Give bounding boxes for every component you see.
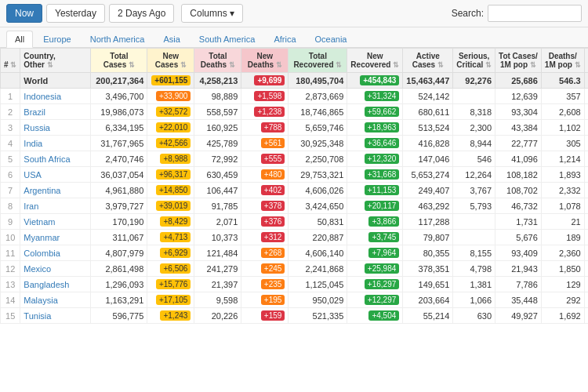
col-total-recovered[interactable]: TotalRecovered ⇅: [289, 49, 347, 73]
row-country[interactable]: Russia: [20, 120, 91, 136]
row-total-tests: 25,857,430: [584, 198, 588, 214]
row-total-cases: 3,496,700: [91, 89, 147, 104]
row-total-recovered: 5,659,746: [289, 120, 347, 136]
col-total-deaths[interactable]: TotalDeaths ⇅: [194, 49, 241, 73]
table-row: 5 South Africa 2,470,746 +8,988 72,992 +…: [1, 151, 589, 167]
tab-all[interactable]: All: [6, 31, 33, 48]
country-link[interactable]: USA: [24, 170, 42, 180]
tab-oceania[interactable]: Oceania: [307, 31, 356, 47]
row-total-cases: 19,986,073: [91, 104, 147, 120]
row-deaths-1m: 2,608: [541, 104, 584, 120]
col-serious[interactable]: Serious,Critical ⇅: [453, 49, 495, 73]
tab-africa[interactable]: Africa: [265, 31, 304, 47]
country-link[interactable]: Brazil: [24, 107, 45, 117]
row-total-recovered: 2,241,868: [289, 261, 347, 277]
row-new-recovered: +59,662: [347, 104, 403, 120]
row-country[interactable]: South Africa: [20, 151, 91, 167]
row-num: 12: [1, 261, 20, 277]
country-link[interactable]: Tunisia: [24, 311, 51, 321]
row-tot-cases-1m: 35,448: [495, 292, 542, 308]
country-link[interactable]: Malaysia: [24, 296, 57, 305]
region-tabs: All Europe North America Asia South Amer…: [0, 27, 588, 48]
col-num[interactable]: # ⇅: [1, 49, 20, 73]
tab-north-america[interactable]: North America: [82, 31, 154, 47]
row-total-recovered: 4,606,140: [289, 245, 347, 261]
row-country[interactable]: Iran: [20, 198, 91, 214]
row-serious: 630: [453, 308, 495, 324]
row-new-recovered: +11,153: [347, 183, 403, 198]
tab-asia[interactable]: Asia: [154, 31, 188, 47]
row-country[interactable]: Indonesia: [20, 89, 91, 104]
btn-now[interactable]: Now: [6, 4, 42, 23]
col-new-cases[interactable]: NewCases ⇅: [147, 49, 194, 73]
row-total-recovered: 29,753,321: [289, 167, 347, 183]
row-deaths-1m: 1,102: [541, 120, 584, 136]
country-link[interactable]: Bangladesh: [24, 280, 69, 289]
row-serious: 2,300: [453, 120, 495, 136]
row-country[interactable]: Tunisia: [20, 308, 91, 324]
country-link[interactable]: India: [24, 139, 42, 148]
row-country[interactable]: Colombia: [20, 245, 91, 261]
row-num: 7: [1, 183, 20, 198]
country-link[interactable]: Iran: [24, 201, 38, 211]
row-active-cases: 147,046: [403, 151, 453, 167]
col-active-cases[interactable]: ActiveCases ⇅: [403, 49, 453, 73]
col-country[interactable]: Country,Other ⇅: [20, 49, 91, 73]
col-total-cases[interactable]: TotalCases ⇅: [91, 49, 147, 73]
country-link[interactable]: Vietnam: [24, 217, 55, 227]
btn-columns[interactable]: Columns ▾: [181, 4, 243, 23]
row-country[interactable]: Myanmar: [20, 230, 91, 245]
row-num: 15: [1, 308, 20, 324]
col-deaths-1m[interactable]: Deaths/1M pop ⇅: [541, 49, 584, 73]
country-link[interactable]: Argentina: [24, 186, 60, 195]
row-tot-cases-1m: 49,927: [495, 308, 542, 324]
country-link[interactable]: Myanmar: [24, 233, 60, 242]
row-total-deaths: 20,226: [194, 308, 241, 324]
row-num: 2: [1, 104, 20, 120]
row-new-recovered: +12,297: [347, 292, 403, 308]
tab-europe[interactable]: Europe: [34, 31, 79, 47]
col-tot-cases-1m[interactable]: Tot Cases/1M pop ⇅: [495, 49, 542, 73]
row-country[interactable]: Mexico: [20, 261, 91, 277]
row-total-deaths: 21,397: [194, 277, 241, 292]
world-num: [1, 73, 20, 89]
row-total-cases: 36,037,054: [91, 167, 147, 183]
country-link[interactable]: Russia: [24, 123, 50, 132]
world-new-deaths: +9,699: [241, 73, 289, 89]
row-country[interactable]: Brazil: [20, 104, 91, 120]
btn-yesterday[interactable]: Yesterday: [46, 4, 105, 23]
row-deaths-1m: 2,360: [541, 245, 584, 261]
col-new-recovered[interactable]: NewRecovered ⇅: [347, 49, 403, 73]
country-link[interactable]: South Africa: [24, 154, 70, 164]
row-country[interactable]: Malaysia: [20, 292, 91, 308]
country-link[interactable]: Mexico: [24, 264, 51, 274]
row-active-cases: 416,828: [403, 136, 453, 151]
row-num: 6: [1, 167, 20, 183]
world-active-cases: 15,463,447: [403, 73, 453, 89]
row-tot-cases-1m: 21,943: [495, 261, 542, 277]
row-deaths-1m: 21: [541, 214, 584, 230]
row-deaths-1m: 1,214: [541, 151, 584, 167]
row-new-cases: +39,019: [147, 198, 194, 214]
row-new-recovered: +3,866: [347, 214, 403, 230]
row-country[interactable]: Vietnam: [20, 214, 91, 230]
btn-2days[interactable]: 2 Days Ago: [109, 4, 174, 23]
country-link[interactable]: Colombia: [24, 249, 60, 258]
row-active-cases: 149,651: [403, 277, 453, 292]
row-country[interactable]: India: [20, 136, 91, 151]
row-country[interactable]: Argentina: [20, 183, 91, 198]
row-new-deaths: +1,598: [241, 89, 289, 104]
row-country[interactable]: Bangladesh: [20, 277, 91, 292]
row-total-recovered: 18,746,865: [289, 104, 347, 120]
tab-south-america[interactable]: South America: [191, 31, 264, 47]
row-total-cases: 2,861,498: [91, 261, 147, 277]
col-total-tests[interactable]: TotalTests ⇅: [584, 49, 588, 73]
search-input[interactable]: [488, 5, 582, 22]
country-link[interactable]: Indonesia: [24, 92, 61, 101]
row-country[interactable]: USA: [20, 167, 91, 183]
col-new-deaths[interactable]: NewDeaths ⇅: [241, 49, 289, 73]
row-new-recovered: +16,297: [347, 277, 403, 292]
row-new-recovered: +20,117: [347, 198, 403, 214]
row-deaths-1m: 357: [541, 89, 584, 104]
row-new-deaths: +788: [241, 120, 289, 136]
